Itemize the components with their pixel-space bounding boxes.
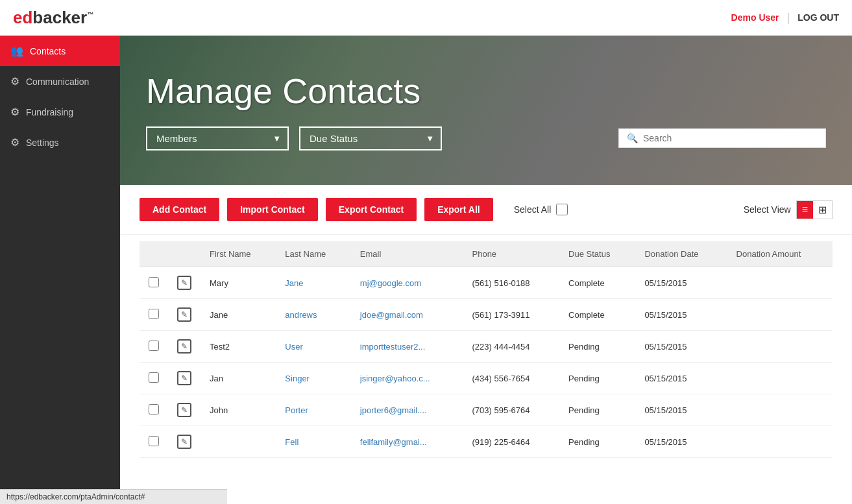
edit-icon[interactable]: ✎ [177,371,191,385]
row-checkbox[interactable] [149,404,159,414]
search-input[interactable] [643,133,818,143]
logo-text: edbacker™ [13,8,93,28]
row-first-name: Test2 [201,331,276,363]
edit-icon[interactable]: ✎ [177,403,191,417]
row-edit-cell: ✎ [168,394,201,426]
col-first-name: First Name [201,241,276,267]
sidebar: 👥 Contacts ⚙ Communication ⚙ Fundraising… [0,36,120,504]
table-body: ✎ Mary Jane mj@google.com (561) 516-0188… [140,267,833,458]
row-last-name: User [276,331,350,363]
toolbar: Add Contact Import Contact Export Contac… [120,185,852,235]
col-email: Email [351,241,463,267]
contacts-icon: 👥 [10,45,23,57]
sidebar-item-settings[interactable]: ⚙ Settings [0,127,120,158]
col-due-status: Due Status [559,241,635,267]
last-name-link[interactable]: Porter [285,405,308,415]
row-checkbox[interactable] [149,277,159,287]
row-phone: (561) 516-0188 [463,267,560,299]
last-name-link[interactable]: Jane [285,278,303,288]
table-container: First Name Last Name Email Phone Due Sta… [120,241,852,477]
sidebar-item-fundraising[interactable]: ⚙ Fundraising [0,97,120,127]
search-icon: 🔍 [627,133,638,143]
logo: edbacker™ [13,8,93,28]
fundraising-icon: ⚙ [10,106,19,118]
list-view-button[interactable]: ≡ [797,201,813,219]
row-email: importtestuser2... [351,331,463,363]
row-phone: (561) 173-3911 [463,299,560,331]
sidebar-item-contacts[interactable]: 👥 Contacts [0,36,120,66]
table-row: ✎ Jan Singer jsinger@yahoo.c... (434) 55… [140,363,833,394]
status-url: https://edbacker.com/ptaAdmin/contact# [6,492,145,501]
select-view-label: Select View [744,204,791,215]
email-link[interactable]: jporter6@gmail.... [360,405,427,415]
sidebar-label-contacts: Contacts [30,46,66,56]
logo-tm: ™ [87,11,93,18]
status-bar: https://edbacker.com/ptaAdmin/contact# [0,489,227,504]
row-edit-cell: ✎ [168,331,201,363]
row-email: jsinger@yahoo.c... [351,363,463,394]
row-donation-date: 05/15/2015 [635,363,727,394]
due-status-filter[interactable]: Due Status Complete Pending [299,126,442,150]
sidebar-item-communication[interactable]: ⚙ Communication [0,66,120,97]
last-name-link[interactable]: Fell [285,437,298,447]
row-checkbox[interactable] [149,436,159,446]
edit-icon[interactable]: ✎ [177,339,191,354]
row-checkbox-cell [140,394,168,426]
grid-view-button[interactable]: ⊞ [813,201,832,219]
row-checkbox[interactable] [149,309,159,319]
row-edit-cell: ✎ [168,299,201,331]
row-donation-amount [727,426,833,458]
col-edit [168,241,201,267]
logout-button[interactable]: LOG OUT [797,12,839,23]
row-last-name: Fell [276,426,350,458]
row-last-name: Jane [276,267,350,299]
row-phone: (703) 595-6764 [463,394,560,426]
sidebar-label-communication: Communication [26,77,89,87]
edit-icon[interactable]: ✎ [177,276,191,290]
row-checkbox[interactable] [149,372,159,383]
import-contact-button[interactable]: Import Contact [227,198,318,221]
demo-user-link[interactable]: Demo User [731,12,779,23]
row-status: Complete [559,299,635,331]
export-contact-button[interactable]: Export Contact [326,198,417,221]
row-email: jporter6@gmail.... [351,394,463,426]
row-donation-amount [727,394,833,426]
row-status: Complete [559,267,635,299]
email-link[interactable]: importtestuser2... [360,342,425,352]
row-first-name: Jane [201,299,276,331]
row-edit-cell: ✎ [168,426,201,458]
email-link[interactable]: mj@google.com [360,278,421,288]
last-name-link[interactable]: User [285,342,302,352]
header: edbacker™ Demo User | LOG OUT [0,0,852,36]
row-email: mj@google.com [351,267,463,299]
row-phone: (919) 225-6464 [463,426,560,458]
email-link[interactable]: fellfamily@gmai... [360,437,427,447]
due-status-filter-wrapper: Due Status Complete Pending [299,126,442,150]
email-link[interactable]: jdoe@gmail.com [360,310,423,320]
row-checkbox[interactable] [149,341,159,351]
table-row: ✎ Test2 User importtestuser2... (223) 44… [140,331,833,363]
row-status: Pending [559,426,635,458]
table-row: ✎ Jane andrews jdoe@gmail.com (561) 173-… [140,299,833,331]
edit-icon[interactable]: ✎ [177,435,191,449]
row-checkbox-cell [140,331,168,363]
last-name-link[interactable]: andrews [285,310,317,320]
add-contact-button[interactable]: Add Contact [140,198,219,221]
table-row: ✎ Fell fellfamily@gmai... (919) 225-6464… [140,426,833,458]
row-donation-date: 05/15/2015 [635,331,727,363]
edit-icon[interactable]: ✎ [177,307,191,322]
export-all-button[interactable]: Export All [424,198,493,221]
last-name-link[interactable]: Singer [285,374,310,383]
col-last-name: Last Name [276,241,350,267]
logo-backer: backer [32,8,87,27]
layout: 👥 Contacts ⚙ Communication ⚙ Fundraising… [0,36,852,504]
row-email: fellfamily@gmai... [351,426,463,458]
row-checkbox-cell [140,426,168,458]
row-donation-date: 05/15/2015 [635,267,727,299]
logo-ed: ed [13,8,32,27]
row-first-name [201,426,276,458]
row-edit-cell: ✎ [168,267,201,299]
members-filter[interactable]: Members All Active Inactive [146,126,289,150]
email-link[interactable]: jsinger@yahoo.c... [360,374,430,383]
select-all-checkbox[interactable] [556,204,568,215]
